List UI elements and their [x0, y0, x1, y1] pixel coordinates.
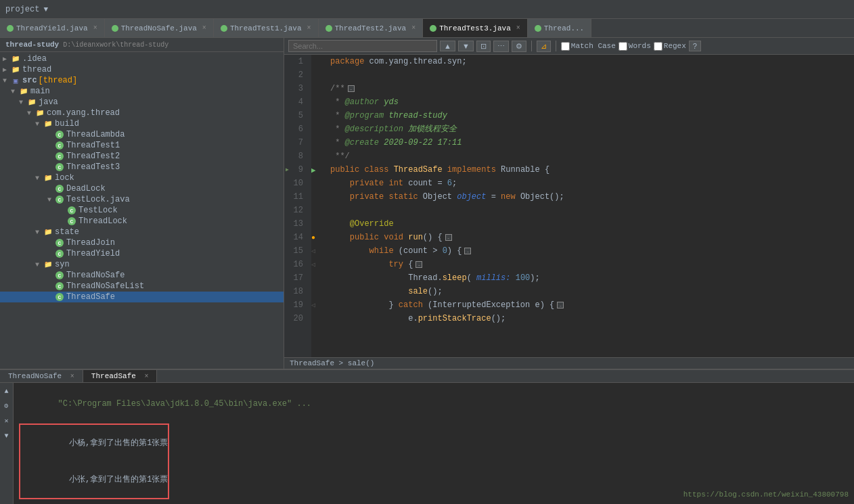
sidebar-item-idea[interactable]: ▶ 📁 .idea: [0, 53, 284, 64]
sidebar-item-thread[interactable]: ▶ 📁 thread: [0, 64, 284, 75]
gutter-btn-4[interactable]: ▼: [1, 430, 12, 441]
top-bar: project ▼: [0, 0, 854, 19]
match-case-option[interactable]: Match Case: [561, 42, 616, 51]
sidebar-item-java[interactable]: ▼ 📁 java: [0, 97, 284, 108]
tab-threadtest3[interactable]: ThreadTest3.java ×: [423, 19, 528, 37]
words-checkbox[interactable]: [619, 42, 627, 51]
sidebar-item-src[interactable]: ▼ ▣ src [thread]: [0, 75, 284, 86]
sidebar-item-build[interactable]: ▼ 📁 build: [0, 118, 284, 129]
code-line-17: Thread.sleep( millis: 100);: [330, 271, 854, 285]
sidebar-item-state[interactable]: ▼ 📁 state: [0, 227, 284, 237]
search-filter-btn[interactable]: ⊡: [476, 41, 491, 52]
editor-area: ▲ ▼ ⊡ ⋯ ⚙ ⊿ Match Case Words Regex ?: [284, 38, 854, 369]
ln-3: 3: [284, 82, 307, 95]
gutter-btn-2[interactable]: ⚙: [1, 400, 12, 411]
tab-thread-more[interactable]: Thread...: [528, 19, 591, 37]
search-settings-btn[interactable]: ⚙: [512, 41, 526, 52]
file-dot-testlock-java: C: [55, 196, 64, 204]
tab-close-0[interactable]: ×: [93, 24, 97, 32]
url-bar[interactable]: https://blog.csdn.net/weixin_43800798: [683, 490, 849, 499]
code-line-6: * @description 加锁线程安全: [330, 122, 854, 136]
search-prev-btn[interactable]: ▲: [440, 41, 455, 51]
fold-btn-3[interactable]: -: [348, 85, 355, 92]
sidebar-item-deadlock[interactable]: ▶ C DeadLock: [0, 183, 284, 194]
project-dropdown[interactable]: ▼: [43, 5, 48, 14]
folder-icon-syn: 📁: [43, 260, 53, 269]
fold-btn-16[interactable]: -: [415, 261, 422, 268]
console-line-path: "C:\Program Files\Java\jdk1.8.0_45\bin\j…: [19, 386, 849, 422]
mg-8: [311, 150, 325, 163]
folder-icon-idea: 📁: [11, 54, 20, 64]
tab-close-2[interactable]: ×: [307, 24, 311, 32]
search-help-btn[interactable]: ?: [689, 41, 701, 51]
gutter-btn-3[interactable]: ✕: [1, 415, 12, 426]
search-input[interactable]: [288, 40, 437, 52]
search-more-btn[interactable]: ⋯: [493, 41, 509, 52]
breadcrumb: ThreadSafe > sale(): [284, 357, 854, 369]
sidebar-item-testlock-java[interactable]: ▼ C TestLock.java: [0, 194, 284, 205]
src-icon: ▣: [11, 76, 20, 85]
sidebar-item-main[interactable]: ▼ 📁 main: [0, 86, 284, 97]
fold-btn-14[interactable]: -: [445, 234, 452, 241]
mg-10: [311, 177, 325, 190]
folder-icon-state: 📁: [43, 227, 53, 237]
bottom-tab-threadnosafe[interactable]: ThreadNoSafe ×: [0, 370, 83, 382]
tab-threadyield[interactable]: ThreadYield.java ×: [0, 19, 105, 37]
words-option[interactable]: Words: [619, 42, 651, 51]
arrow-build: ▼: [35, 120, 43, 128]
console-line-3: 小张,拿到了出售的第3张票: [19, 501, 849, 504]
ln-15: 15: [284, 244, 307, 258]
sidebar-item-threadtest3[interactable]: ▶ C ThreadTest3: [0, 162, 284, 173]
ln-5: 5: [284, 109, 307, 122]
tab-close-4[interactable]: ×: [516, 24, 520, 32]
tab-icon-more: [535, 25, 541, 32]
code-line-14: public void run() { -: [330, 231, 854, 244]
sidebar-item-threadyield-side[interactable]: ▶ C ThreadYield: [0, 248, 284, 259]
code-line-8: **/: [330, 150, 854, 163]
bottom-left-gutter: ▲ ⚙ ✕ ▼: [0, 383, 14, 504]
gutter-btn-1[interactable]: ▲: [1, 386, 12, 396]
fold-btn-19[interactable]: -: [557, 302, 564, 308]
bottom-tab-close-1[interactable]: ×: [144, 373, 148, 380]
sidebar-item-testlock[interactable]: ▶ C TestLock: [0, 205, 284, 216]
sidebar-item-threadnosafe-side[interactable]: ▶ C ThreadNoSafe: [0, 270, 284, 281]
tab-threadnosafe[interactable]: ThreadNoSafe.java ×: [105, 19, 214, 37]
bottom-tab-close-0[interactable]: ×: [70, 373, 74, 380]
sidebar-item-syn[interactable]: ▼ 📁 syn: [0, 259, 284, 270]
regex-option[interactable]: Regex: [654, 42, 686, 51]
tab-close-3[interactable]: ×: [411, 24, 415, 32]
fold-btn-15[interactable]: -: [464, 248, 471, 254]
sidebar-item-threadsafe[interactable]: ▶ C ThreadSafe: [0, 292, 284, 302]
tab-icon-threadtest3: [430, 25, 436, 32]
sidebar-item-threadjoin[interactable]: ▶ C ThreadJoin: [0, 237, 284, 248]
sidebar-item-threadtest2[interactable]: ▶ C ThreadTest2: [0, 151, 284, 162]
code-line-1: package com.yang.thread.syn;: [330, 55, 854, 68]
search-next-btn[interactable]: ▼: [458, 41, 474, 51]
tab-threadtest2[interactable]: ThreadTest2.java ×: [319, 19, 424, 37]
tab-close-1[interactable]: ×: [202, 24, 206, 32]
search-funnel-btn[interactable]: ⊿: [537, 41, 551, 52]
code-line-13: @Override: [330, 217, 854, 231]
regex-checkbox[interactable]: [654, 42, 662, 51]
ln-1: 1: [284, 55, 307, 68]
bottom-main: ▲ ⚙ ✕ ▼ "C:\Program Files\Java\jdk1.8.0_…: [0, 383, 854, 504]
folder-icon-thread: 📁: [11, 65, 20, 74]
sidebar-title: thread-study: [5, 41, 59, 49]
match-case-checkbox[interactable]: [561, 42, 570, 51]
sidebar-item-lock[interactable]: ▼ 📁 lock: [0, 173, 284, 183]
mg-14: ●: [311, 231, 325, 244]
sidebar-item-threadlambda[interactable]: ▶ C ThreadLambda: [0, 129, 284, 140]
sidebar-item-com-yang-thread[interactable]: ▼ 📁 com.yang.thread: [0, 108, 284, 118]
folder-icon-pkg: 📁: [35, 108, 45, 118]
sidebar-item-threadnosafelist[interactable]: ▶ C ThreadNoSafeList: [0, 281, 284, 292]
code-line-19: } catch (InterruptedException e) { -: [330, 298, 854, 312]
code-content[interactable]: package com.yang.thread.syn; /** - * @au…: [325, 55, 854, 357]
sidebar-item-threadlock[interactable]: ▶ C ThreadLock: [0, 216, 284, 227]
bottom-tab-threadsafe[interactable]: ThreadSafe ×: [83, 370, 158, 382]
console-line-2: 小张,拿到了出售的第1张票: [20, 461, 168, 498]
ln-17: 17: [284, 271, 307, 285]
code-line-10: private int count = 6;: [330, 177, 854, 190]
mg-20: [311, 312, 325, 325]
sidebar-item-threadtest1[interactable]: ▶ C ThreadTest1: [0, 140, 284, 151]
tab-threadtest1[interactable]: ThreadTest1.java ×: [214, 19, 319, 37]
